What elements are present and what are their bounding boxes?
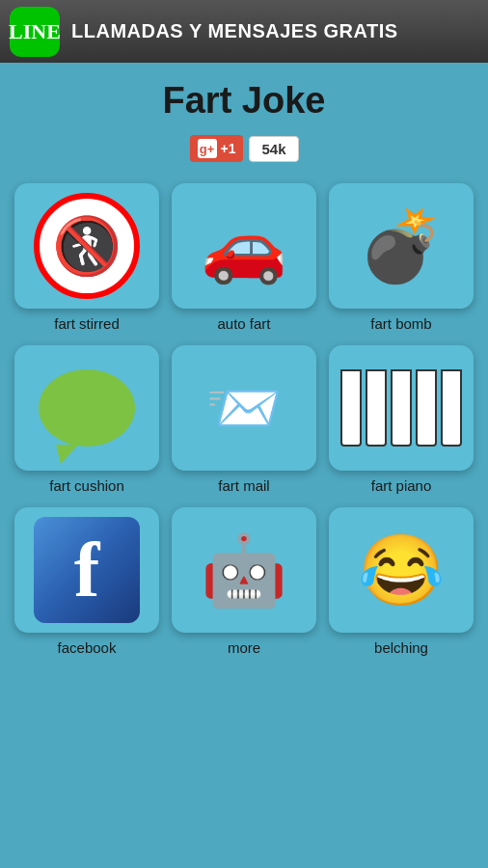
ad-banner[interactable]: LINE LLAMADAS Y MENSAJES GRATIS [0,0,488,63]
fart-cushion-icon [39,369,135,447]
fart-piano-icon [343,360,459,456]
gplus-label: +1 [221,141,236,156]
grid-icon-fart-bomb: 💣 [329,183,474,309]
grid-label-fart-cushion: fart cushion [49,477,124,494]
grid-item-auto-fart[interactable]: 🚗 auto fart [170,183,319,338]
grid-label-facebook: facebook [58,639,117,656]
more-android-icon: 🤖 [201,529,287,611]
grid-label-fart-stirred: fart stirred [54,315,120,332]
grid-item-belching[interactable]: 😂 belching [327,507,476,662]
grid-label-fart-mail: fart mail [218,477,269,494]
grid-item-fart-cushion[interactable]: fart cushion [13,345,162,500]
fart-stirred-icon [34,193,140,299]
belching-icon: 😂 [358,529,445,611]
gplus-button[interactable]: g+ +1 [190,135,244,162]
main-content: Fart Joke g+ +1 54k fart stirred 🚗 auto … [0,63,488,868]
grid-label-auto-fart: auto fart [217,315,270,332]
auto-fart-icon: 🚗 [201,205,287,287]
grid-label-belching: belching [374,639,428,656]
social-bar: g+ +1 54k [190,135,299,162]
grid-item-more[interactable]: 🤖 more [170,507,319,662]
grid-label-fart-bomb: fart bomb [370,315,431,332]
grid-item-fart-stirred[interactable]: fart stirred [13,183,162,338]
gplus-icon: g+ [198,139,217,158]
fart-mail-icon: 📨 [205,372,283,445]
facebook-icon [34,517,140,623]
grid-icon-fart-cushion [14,345,159,471]
app-grid: fart stirred 🚗 auto fart 💣 fart bomb far… [3,183,486,662]
grid-icon-facebook [14,507,159,633]
grid-label-fart-piano: fart piano [371,477,432,494]
grid-icon-belching: 😂 [329,507,474,633]
ad-logo: LINE [10,7,60,57]
grid-item-fart-mail[interactable]: 📨 fart mail [170,345,319,500]
grid-icon-fart-piano [329,345,474,471]
app-title: Fart Joke [163,80,326,122]
fart-bomb-icon: 💣 [358,205,445,287]
grid-icon-auto-fart: 🚗 [172,183,316,309]
ad-logo-text: LINE [9,19,61,44]
grid-icon-fart-stirred [14,183,159,309]
count-badge: 54k [249,136,298,162]
grid-icon-more: 🤖 [172,507,316,633]
grid-icon-fart-mail: 📨 [172,345,316,471]
grid-label-more: more [228,639,260,656]
grid-item-facebook[interactable]: facebook [13,507,162,662]
grid-item-fart-bomb[interactable]: 💣 fart bomb [327,183,476,338]
ad-text: LLAMADAS Y MENSAJES GRATIS [71,20,398,42]
grid-item-fart-piano[interactable]: fart piano [327,345,476,500]
